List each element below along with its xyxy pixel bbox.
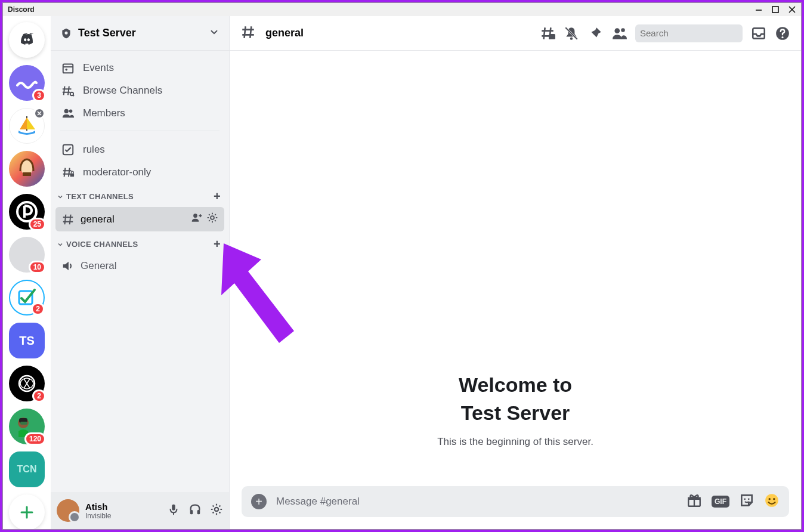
server-header[interactable]: Test Server — [51, 16, 229, 51]
moderator-only-channel[interactable]: moderator-only — [55, 161, 224, 184]
threads-icon[interactable] — [540, 26, 555, 41]
headphones-icon[interactable] — [188, 503, 202, 518]
server-item-6[interactable]: 2 — [9, 280, 45, 316]
svg-point-37 — [614, 28, 620, 33]
channel-panel: Test Server Events Browse Channels Membe… — [51, 16, 230, 529]
svg-rect-33 — [549, 34, 555, 39]
svg-point-49 — [765, 494, 778, 507]
search-input[interactable] — [640, 28, 753, 38]
svg-point-17 — [65, 69, 67, 71]
notifications-muted-icon[interactable] — [564, 26, 579, 41]
channel-general-label: general — [81, 214, 115, 225]
welcome-line2: Test Server — [461, 401, 570, 424]
badge: 3 — [32, 89, 46, 102]
members-label: Members — [83, 107, 125, 119]
chevron-down-icon — [57, 241, 64, 248]
text-channels-category[interactable]: TEXT CHANNELS + — [55, 184, 224, 207]
svg-point-20 — [64, 109, 69, 113]
welcome-line1: Welcome to — [459, 373, 572, 396]
server-item-2[interactable] — [9, 108, 45, 144]
dm-home-button[interactable] — [9, 22, 45, 58]
server-rail: 3 25 10 2 TS — [3, 16, 51, 529]
wave-icon — [16, 77, 38, 89]
browse-channels-link[interactable]: Browse Channels — [55, 79, 224, 102]
invite-icon[interactable] — [191, 212, 203, 227]
message-composer[interactable]: + Message #general GIF — [242, 486, 789, 517]
chevron-down-icon — [209, 27, 219, 40]
close-button[interactable] — [788, 5, 796, 14]
badge: 120 — [24, 432, 46, 446]
server-item-8[interactable]: 2 — [9, 366, 45, 401]
divider — [60, 131, 219, 131]
voice-general[interactable]: General — [55, 255, 224, 277]
server-item-10[interactable]: TCN — [9, 451, 45, 487]
pinned-icon[interactable] — [587, 26, 603, 41]
user-status: Invisible — [85, 512, 111, 520]
chat-main: general Welcome to Test Server — [230, 16, 801, 529]
svg-point-38 — [621, 28, 625, 32]
server-item-7[interactable]: TS — [9, 323, 45, 358]
server-name: Test Server — [78, 27, 136, 39]
discord-icon — [17, 32, 37, 48]
svg-rect-1 — [772, 7, 778, 13]
user-name: Atish — [85, 502, 111, 512]
server-item-1[interactable]: 3 — [9, 65, 45, 101]
welcome-block: Welcome to Test Server This is the begin… — [437, 371, 593, 448]
badge: 2 — [31, 302, 45, 316]
svg-point-27 — [211, 216, 214, 219]
voice-general-label: General — [81, 260, 116, 272]
welcome-sub: This is the beginning of this server. — [437, 436, 593, 448]
plus-icon — [20, 505, 34, 519]
hash-lock-icon — [61, 166, 75, 179]
members-icon — [61, 107, 75, 120]
channel-general[interactable]: general — [55, 207, 224, 231]
gif-button[interactable]: GIF — [712, 496, 729, 508]
server-item-3[interactable] — [9, 151, 45, 187]
svg-point-32 — [215, 508, 218, 511]
hash-search-icon — [61, 84, 75, 97]
badge: 2 — [32, 389, 46, 403]
speaker-icon — [61, 259, 75, 273]
rules-channel[interactable]: rules — [55, 138, 224, 161]
mic-icon[interactable] — [167, 503, 180, 518]
chevron-down-icon — [57, 193, 64, 200]
member-list-icon[interactable] — [611, 26, 627, 41]
svg-point-47 — [744, 498, 746, 500]
channel-title: general — [265, 27, 304, 39]
svg-point-43 — [781, 36, 783, 38]
svg-point-24 — [193, 214, 197, 218]
svg-point-51 — [773, 498, 775, 500]
user-panel: Atish Invisible — [51, 492, 229, 529]
maximize-button[interactable] — [771, 5, 780, 14]
svg-point-48 — [748, 498, 750, 500]
server-item-5[interactable]: 10 — [9, 237, 45, 273]
gear-icon[interactable] — [206, 212, 218, 227]
add-server-button[interactable] — [9, 494, 45, 529]
attach-button[interactable]: + — [251, 494, 267, 509]
minimize-button[interactable] — [754, 5, 763, 14]
user-avatar[interactable] — [57, 499, 79, 522]
help-icon[interactable] — [775, 26, 790, 41]
sticker-icon[interactable] — [739, 493, 754, 511]
search-box[interactable] — [635, 24, 743, 42]
svg-point-34 — [570, 37, 573, 39]
voice-channels-category[interactable]: VOICE CHANNELS + — [55, 231, 224, 255]
inbox-icon[interactable] — [751, 26, 766, 41]
svg-point-21 — [69, 110, 73, 113]
settings-gear-icon[interactable] — [210, 503, 223, 518]
server-item-9[interactable]: 120 — [9, 409, 45, 444]
add-voice-channel-button[interactable]: + — [214, 237, 221, 251]
server-item-4[interactable]: 25 — [9, 194, 45, 230]
chat-messages: Welcome to Test Server This is the begin… — [230, 51, 801, 486]
hash-icon — [61, 213, 75, 226]
add-text-channel-button[interactable]: + — [214, 190, 221, 203]
svg-line-19 — [73, 95, 74, 96]
members-link[interactable]: Members — [55, 102, 224, 125]
events-link[interactable]: Events — [55, 57, 224, 79]
svg-rect-15 — [63, 64, 73, 73]
svg-rect-30 — [190, 510, 193, 514]
emoji-icon[interactable] — [764, 493, 780, 511]
composer-placeholder[interactable]: Message #general — [276, 496, 677, 508]
svg-point-14 — [65, 31, 68, 34]
gift-icon[interactable] — [687, 493, 702, 511]
